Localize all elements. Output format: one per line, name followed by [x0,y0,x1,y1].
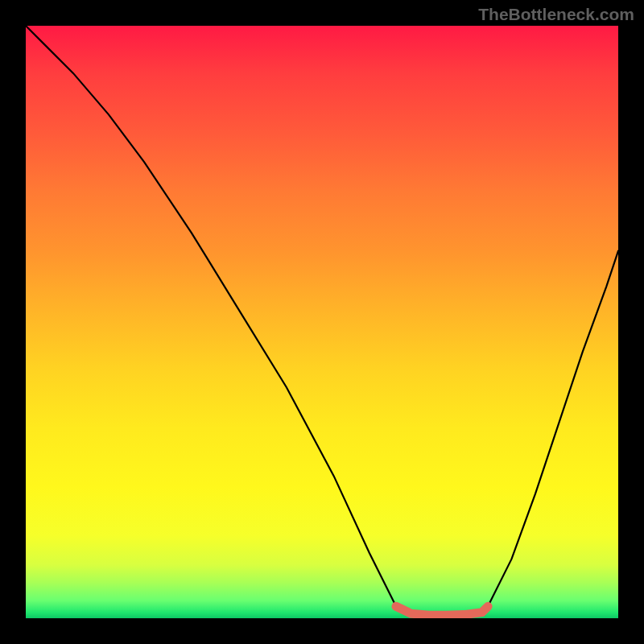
curve-overlay [26,26,618,618]
watermark: TheBottleneck.com [478,5,634,24]
right-curve [488,251,618,607]
left-curve [26,26,396,606]
trough-highlight [396,606,488,615]
chart-plot-area [26,26,618,618]
